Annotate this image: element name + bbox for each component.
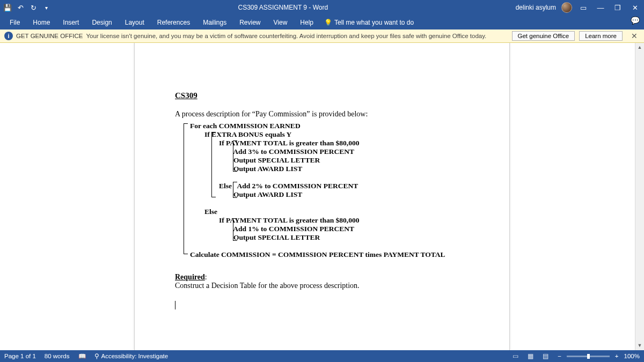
- close-icon[interactable]: ✕: [629, 4, 641, 12]
- zoom-in-icon[interactable]: +: [615, 353, 619, 359]
- tab-help[interactable]: Help: [295, 16, 319, 29]
- bracket-icon: [233, 218, 237, 241]
- required-body: Construct a Decision Table for the above…: [175, 282, 469, 290]
- print-layout-icon[interactable]: ▦: [528, 352, 537, 360]
- scroll-up-icon[interactable]: ▲: [635, 43, 644, 52]
- doc-intro: A process description for “Pay Commissio…: [175, 110, 469, 119]
- ribbon-tabs: File Home Insert Design Layout Reference…: [0, 15, 644, 29]
- quick-access-toolbar: 💾 ↶ ↻ ▾: [3, 3, 50, 12]
- customize-qat-icon[interactable]: ▾: [42, 3, 50, 12]
- document-page[interactable]: CS309 A process description for “Pay Com…: [134, 43, 510, 350]
- tab-view[interactable]: View: [268, 16, 293, 29]
- title-bar: 💾 ↶ ↻ ▾ CS309 ASSIGNMENT 9 - Word delink…: [0, 0, 644, 15]
- tab-mailings[interactable]: Mailings: [197, 16, 232, 29]
- share-icon[interactable]: 💬: [629, 16, 641, 25]
- accessibility-status[interactable]: Accessibility: Investigate: [101, 353, 169, 359]
- tab-layout[interactable]: Layout: [120, 16, 150, 29]
- word-count[interactable]: 80 words: [45, 353, 70, 359]
- bracket-icon: [184, 123, 188, 254]
- undo-icon[interactable]: ↶: [16, 3, 25, 12]
- doc-heading: CS309: [175, 91, 469, 100]
- accessibility-icon: ⚲: [94, 352, 99, 360]
- read-mode-icon[interactable]: ▭: [513, 352, 522, 360]
- ribbon-options-icon[interactable]: ▭: [577, 4, 589, 12]
- tab-design[interactable]: Design: [86, 16, 117, 29]
- zoom-out-icon[interactable]: −: [558, 353, 561, 359]
- status-bar: Page 1 of 1 80 words 📖 ⚲ Accessibility: …: [0, 350, 644, 362]
- page-indicator[interactable]: Page 1 of 1: [4, 353, 36, 359]
- info-icon: i: [4, 32, 13, 40]
- user-name[interactable]: delinki asylum: [516, 4, 556, 11]
- tab-home[interactable]: Home: [27, 16, 55, 29]
- zoom-slider[interactable]: [567, 356, 610, 357]
- tab-references[interactable]: References: [152, 16, 195, 29]
- tab-insert[interactable]: Insert: [57, 16, 84, 29]
- required-title: Required: [175, 273, 205, 281]
- learn-more-button[interactable]: Learn more: [579, 31, 623, 41]
- bracket-icon: [233, 182, 237, 198]
- lightbulb-icon: 💡: [324, 19, 332, 26]
- tab-review[interactable]: Review: [234, 16, 266, 29]
- tell-me-search[interactable]: 💡 Tell me what you want to do: [324, 19, 414, 26]
- banner-close-icon[interactable]: ✕: [631, 32, 638, 40]
- text-cursor: [175, 301, 175, 309]
- required-section: Required: Construct a Decision Table for…: [175, 273, 469, 290]
- banner-message: Your license isn't genuine, and you may …: [86, 33, 507, 39]
- bracket-icon: [233, 141, 237, 172]
- document-workspace: CS309 A process description for “Pay Com…: [0, 43, 644, 350]
- redo-icon[interactable]: ↻: [29, 3, 38, 12]
- minimize-icon[interactable]: —: [595, 4, 606, 12]
- web-layout-icon[interactable]: ▤: [543, 352, 552, 360]
- vertical-scrollbar[interactable]: ▲ ▼: [635, 43, 644, 350]
- banner-title: GET GENUINE OFFICE: [16, 33, 83, 39]
- user-avatar[interactable]: [561, 2, 572, 13]
- genuine-office-banner: i GET GENUINE OFFICE Your license isn't …: [0, 29, 644, 43]
- maximize-icon[interactable]: ❐: [612, 4, 624, 12]
- tab-file[interactable]: File: [4, 16, 25, 29]
- save-icon[interactable]: 💾: [3, 3, 12, 12]
- scroll-down-icon[interactable]: ▼: [635, 341, 644, 350]
- window-title: CS309 ASSIGNMENT 9 - Word: [50, 4, 516, 11]
- bracket-icon: [211, 132, 216, 197]
- spellcheck-icon[interactable]: 📖: [78, 352, 86, 360]
- process-structure: For each COMMISSION EARNED If EXTRA BONU…: [175, 122, 469, 259]
- get-genuine-office-button[interactable]: Get genuine Office: [512, 31, 575, 41]
- zoom-level[interactable]: 100%: [624, 353, 640, 359]
